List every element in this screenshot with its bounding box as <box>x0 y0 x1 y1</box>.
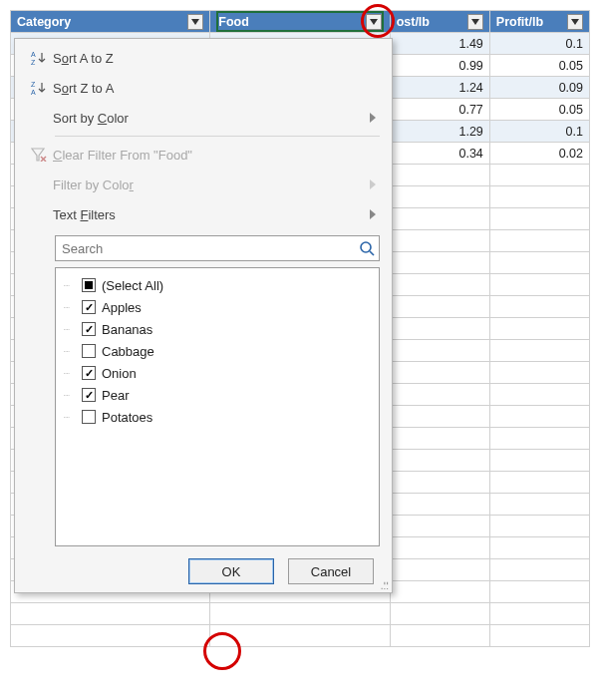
filter-button-category[interactable] <box>187 14 203 30</box>
cancel-button[interactable]: Cancel <box>288 558 374 584</box>
cell[interactable] <box>489 625 589 647</box>
cell[interactable]: 0.05 <box>489 55 589 77</box>
table-row[interactable] <box>11 625 590 647</box>
cell[interactable] <box>390 428 489 450</box>
cell[interactable]: 0.34 <box>390 143 489 165</box>
svg-marker-0 <box>191 19 199 25</box>
cell[interactable] <box>390 208 489 230</box>
cell[interactable]: 0.1 <box>489 121 589 143</box>
checkbox[interactable] <box>82 388 96 402</box>
cell[interactable] <box>390 559 489 581</box>
cell[interactable] <box>489 296 589 318</box>
sort-a-to-z[interactable]: AZ Sort A to Z <box>15 43 392 73</box>
sort-z-to-a[interactable]: ZA Sort Z to A <box>15 73 392 103</box>
cell[interactable] <box>489 537 589 559</box>
checkbox[interactable] <box>82 344 96 358</box>
cell[interactable]: 0.1 <box>489 33 589 55</box>
cell[interactable]: 0.05 <box>489 99 589 121</box>
cell[interactable] <box>489 559 589 581</box>
header-profit[interactable]: Profit/lb <box>489 11 589 33</box>
checklist-item[interactable]: ┈(Select All) <box>64 274 371 296</box>
cell[interactable] <box>390 252 489 274</box>
cell[interactable] <box>489 603 589 625</box>
sort-by-color[interactable]: Sort by Color <box>15 103 392 133</box>
cell[interactable] <box>390 625 489 647</box>
cell[interactable] <box>489 581 589 603</box>
checklist-item[interactable]: ┈Apples <box>64 296 371 318</box>
table-row[interactable] <box>11 603 590 625</box>
checklist-item[interactable]: ┈Potatoes <box>64 406 371 428</box>
filter-checklist[interactable]: ┈(Select All)┈Apples┈Bananas┈Cabbage┈Oni… <box>55 267 380 546</box>
cell[interactable] <box>489 384 589 406</box>
cell[interactable] <box>489 274 589 296</box>
cell[interactable] <box>390 494 489 516</box>
filter-button-profit[interactable] <box>567 14 583 30</box>
cell[interactable]: 0.09 <box>489 77 589 99</box>
cell[interactable] <box>390 516 489 537</box>
search-box[interactable] <box>55 235 380 261</box>
cell[interactable] <box>390 581 489 603</box>
cell[interactable]: 1.24 <box>390 77 489 99</box>
cell[interactable] <box>390 537 489 559</box>
checklist-item[interactable]: ┈Cabbage <box>64 340 371 362</box>
cell[interactable]: 0.99 <box>390 55 489 77</box>
cell[interactable] <box>489 516 589 537</box>
header-food[interactable]: Food <box>210 11 390 33</box>
cell[interactable] <box>489 208 589 230</box>
cell[interactable] <box>210 625 390 647</box>
checklist-item[interactable]: ┈Pear <box>64 384 371 406</box>
cell[interactable] <box>390 318 489 340</box>
cell[interactable] <box>390 296 489 318</box>
header-category-label: Category <box>17 15 183 29</box>
checklist-item-label: (Select All) <box>102 278 163 293</box>
checklist-item[interactable]: ┈Onion <box>64 362 371 384</box>
search-input[interactable] <box>56 241 355 256</box>
cell[interactable] <box>489 362 589 384</box>
cell[interactable] <box>390 603 489 625</box>
checklist-item-label: Apples <box>102 300 142 315</box>
filter-button-cost[interactable] <box>467 14 483 30</box>
resize-grip-icon[interactable]: ...:: <box>381 577 389 589</box>
text-filters[interactable]: Text Filters <box>15 199 392 229</box>
cell[interactable] <box>489 340 589 362</box>
cell[interactable] <box>390 450 489 472</box>
filter-button-food[interactable] <box>366 14 382 30</box>
cell[interactable] <box>489 230 589 252</box>
cell[interactable] <box>489 406 589 428</box>
cell[interactable] <box>489 428 589 450</box>
cell[interactable] <box>210 603 390 625</box>
cell[interactable] <box>390 230 489 252</box>
cell[interactable] <box>489 472 589 494</box>
cell[interactable]: 0.77 <box>390 99 489 121</box>
cell[interactable] <box>390 165 489 186</box>
ok-button[interactable]: OK <box>188 558 274 584</box>
button-row: OK Cancel <box>15 554 392 586</box>
header-cost[interactable]: ost/lb <box>390 11 489 33</box>
cell[interactable] <box>390 186 489 208</box>
cell[interactable] <box>489 165 589 186</box>
cell[interactable] <box>489 318 589 340</box>
checkbox[interactable] <box>82 278 96 292</box>
cell[interactable]: 0.02 <box>489 143 589 165</box>
header-category[interactable]: Category <box>11 11 210 33</box>
cell[interactable] <box>390 384 489 406</box>
cell[interactable] <box>390 362 489 384</box>
checklist-item[interactable]: ┈Bananas <box>64 318 371 340</box>
text-filters-label: Text Filters <box>53 207 370 222</box>
cell[interactable] <box>489 450 589 472</box>
cell[interactable]: 1.29 <box>390 121 489 143</box>
cell[interactable] <box>390 340 489 362</box>
cell[interactable] <box>489 252 589 274</box>
checkbox[interactable] <box>82 410 96 424</box>
checkbox[interactable] <box>82 322 96 336</box>
checkbox[interactable] <box>82 366 96 380</box>
cell[interactable] <box>390 472 489 494</box>
cell[interactable] <box>489 186 589 208</box>
cell[interactable]: 1.49 <box>390 33 489 55</box>
cell[interactable] <box>390 274 489 296</box>
cell[interactable] <box>489 494 589 516</box>
cell[interactable] <box>390 406 489 428</box>
checkbox[interactable] <box>82 300 96 314</box>
cell[interactable] <box>11 625 210 647</box>
cell[interactable] <box>11 603 210 625</box>
